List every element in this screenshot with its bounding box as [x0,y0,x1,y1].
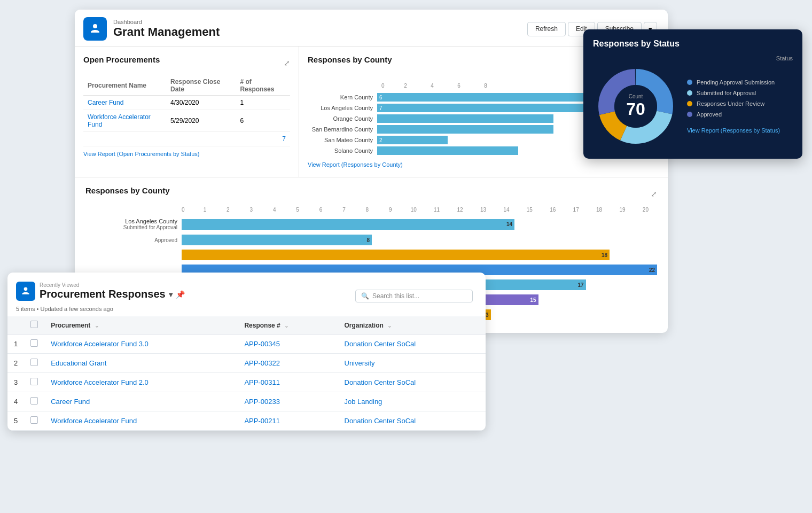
dashboard-icon [83,17,107,41]
proc-header-left: Recently Viewed Procurement Responses ▾ … [16,282,351,301]
title-group: Dashboard Grant Management [113,19,527,39]
col-responses: # of Responses [236,76,290,96]
legend-label-review: Responses Under Review [697,100,764,107]
row-response-num-2: APP-00322 [238,354,338,373]
select-all-checkbox[interactable] [30,321,38,328]
org-link-2[interactable]: University [345,359,375,367]
org-link-5[interactable]: Donation Center SoCal [345,417,416,425]
legend-dot-review [687,101,692,106]
legend-label-submitted: Submitted for Approval [697,90,756,96]
chart-axis-large: 0 1 2 3 4 5 6 7 8 9 10 11 12 13 14 15 16… [182,207,657,213]
procurement-link-1[interactable]: Workforce Accelerator Fund 3.0 [51,340,149,348]
row-check-3 [24,373,44,392]
breadcrumb: Dashboard [113,19,527,25]
proc-responses-table: Procurement ⌄ Response # ⌄ Organization … [7,316,486,431]
proc-title-group: Recently Viewed Procurement Responses ▾ … [40,282,351,300]
col-check-header [24,316,44,335]
table-row: Career Fund 4/30/2020 1 [83,96,290,110]
legend-item-review: Responses Under Review [687,100,780,107]
svg-point-7 [24,287,28,291]
col-num-header [7,316,24,335]
table-row: Workforce Accelerator Fund 5/29/2020 6 [83,110,290,132]
row-num-5: 5 [7,411,24,431]
expand-icon[interactable]: ⤢ [284,59,290,67]
legend-list: Pending Approval Submission Submitted fo… [687,79,780,118]
search-icon: 🔍 [361,292,369,300]
row-procurement-2: Educational Grant [44,354,238,373]
org-link-4[interactable]: Job Landing [345,398,382,406]
row-org-4: Job Landing [338,392,486,411]
search-container: 🔍 Search this list... [355,280,473,302]
open-procurements-header: Open Procurements ⤢ [83,55,290,71]
bar-row-la-submitted: Los Angeles County Submitted for Approva… [85,218,657,230]
row-checkbox-2[interactable] [30,359,38,366]
search-placeholder: Search this list... [372,292,419,300]
title-dropdown-arrow[interactable]: ▾ [169,290,173,299]
org-link-1[interactable]: Donation Center SoCal [345,340,416,348]
page-title: Grant Management [113,25,527,39]
proc-responses-meta: 5 items • Updated a few seconds ago [7,306,486,316]
legend-item-submitted: Submitted for Approval [687,90,780,96]
row-check-5 [24,411,44,431]
procurement-link-4[interactable]: Career Fund [51,398,90,406]
search-bar[interactable]: 🔍 Search this list... [355,290,473,302]
proc-responses-icon [16,282,35,301]
procurement-link-2[interactable]: Educational Grant [51,359,106,367]
row-checkbox-5[interactable] [30,416,38,424]
responses-county-large-title: Responses by County [85,186,170,195]
proc-career-fund-link[interactable]: Career Fund [88,99,123,106]
open-procurements-table: Procurement Name Response Close Date # o… [83,76,290,146]
donut-total: 70 [626,99,645,119]
proc-workforce-fund-link[interactable]: Workforce Accelerator Fund [88,113,151,128]
response-link-5[interactable]: APP-00211 [244,417,280,425]
row-org-5: Donation Center SoCal [338,411,486,431]
view-report-procurements[interactable]: View Report (Open Procurements by Status… [83,151,199,157]
recently-viewed-label: Recently Viewed [40,282,351,288]
view-report-status[interactable]: View Report (Responses by Status) [687,127,780,134]
donut-count-label: Count [626,94,645,99]
row-procurement-5: Workforce Accelerator Fund [44,411,238,431]
row-num-3: 3 [7,373,24,392]
row-org-3: Donation Center SoCal [338,373,486,392]
row-response-num-1: APP-00345 [238,335,338,354]
donut-content: Count 70 Pending Approval Submission Sub… [593,64,793,149]
row-org-2: University [338,354,486,373]
row-check-4 [24,392,44,411]
row-checkbox-3[interactable] [30,378,38,385]
row-checkbox-1[interactable] [30,339,38,347]
col-procurement-header[interactable]: Procurement ⌄ [44,316,238,335]
row-org-1: Donation Center SoCal [338,335,486,354]
legend-label-pending: Pending Approval Submission [697,79,775,86]
sort-procurement-icon: ⌄ [95,323,99,329]
status-label: Status [593,55,793,61]
pin-icon[interactable]: 📌 [176,290,185,299]
bar-row-gold-18: 18 [85,250,657,260]
response-link-2[interactable]: APP-00322 [244,359,280,367]
row-check-1 [24,335,44,354]
view-report-county[interactable]: View Report (Responses by County) [308,161,403,168]
person-icon [89,22,102,35]
response-link-4[interactable]: APP-00233 [244,398,280,406]
col-organization-header[interactable]: Organization ⌄ [338,316,486,335]
responses-county-large-header: Responses by County ⤢ [85,186,657,201]
legend-dot-submitted [687,90,692,96]
svg-point-0 [93,24,97,28]
table-row: 1 Workforce Accelerator Fund 3.0 APP-003… [7,335,486,354]
legend-label-approved: Approved [697,111,722,118]
response-link-1[interactable]: APP-00345 [244,340,280,348]
status-donut-card: Responses by Status Status Count [583,29,802,159]
row-check-2 [24,354,44,373]
refresh-button[interactable]: Refresh [527,22,566,36]
org-link-3[interactable]: Donation Center SoCal [345,378,416,386]
col-response-num-header[interactable]: Response # ⌄ [238,316,338,335]
expand-icon-large[interactable]: ⤢ [651,190,657,198]
procurement-link-5[interactable]: Workforce Accelerator Fund [51,417,137,425]
procurement-link-3[interactable]: Workforce Accelerator Fund 2.0 [51,378,149,386]
table-header-row: Procurement ⌄ Response # ⌄ Organization … [7,316,486,335]
row-num-4: 4 [7,392,24,411]
response-link-3[interactable]: APP-00311 [244,378,280,386]
proc-responses-header: Recently Viewed Procurement Responses ▾ … [7,273,486,306]
row-checkbox-4[interactable] [30,397,38,405]
open-procurements-title: Open Procurements [83,55,160,64]
donut-center: Count 70 [626,94,645,119]
